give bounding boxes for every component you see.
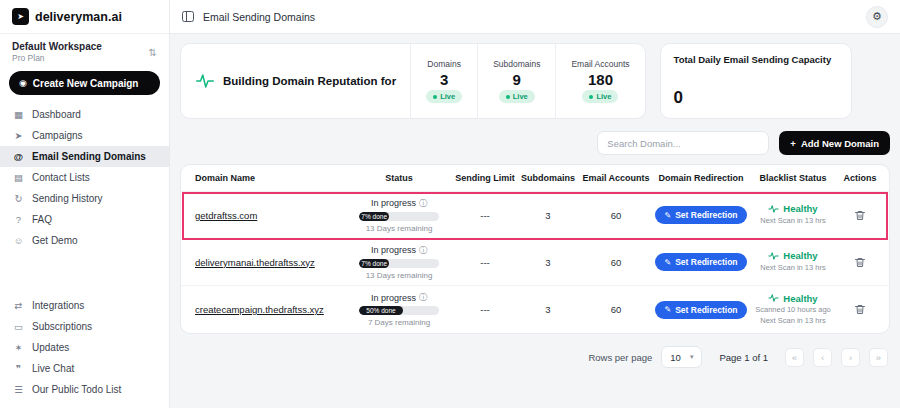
pencil-icon: ✎	[664, 211, 671, 220]
info-icon[interactable]: ⓘ	[419, 245, 427, 256]
set-redirection-button[interactable]: ✎ Set Redirection	[655, 301, 746, 319]
metric-label: Subdomains	[493, 59, 540, 69]
sidebar-toggle-icon[interactable]	[182, 11, 194, 22]
domains-table: Domain Name Status Sending Limit Subdoma…	[180, 164, 890, 334]
add-domain-button[interactable]: + Add New Domain	[779, 131, 890, 155]
create-campaign-icon: ◉	[19, 79, 27, 88]
info-icon[interactable]: ⓘ	[419, 198, 427, 209]
contact-lists-icon: ▤	[13, 172, 24, 183]
metric-domains: Domains 3 Live	[410, 44, 477, 118]
workspace-chevron-icon[interactable]: ⇅	[149, 47, 157, 58]
sidebar-item-email-sending-domains[interactable]: @ Email Sending Domains	[0, 146, 169, 167]
metric-email-accounts: Email Accounts 180 Live	[555, 44, 644, 118]
delete-domain-button[interactable]	[854, 303, 866, 316]
rows-per-page-select[interactable]: 10 ▾	[661, 346, 702, 368]
status-cell: In progress ⓘ 7% done 13 Days remaining	[345, 198, 453, 233]
create-campaign-label: Create New Campaign	[33, 78, 139, 89]
sidebar-item-dashboard[interactable]: ▦ Dashboard	[0, 104, 169, 125]
next-page-button[interactable]: ›	[841, 348, 860, 367]
sidebar-item-sending-history[interactable]: ↻ Sending History	[0, 188, 169, 209]
workspace-name: Default Workspace	[12, 41, 102, 52]
col-domain-name: Domain Name	[195, 173, 345, 183]
sidebar-item-contact-lists[interactable]: ▤ Contact Lists	[0, 167, 169, 188]
set-redirection-button[interactable]: ✎ Set Redirection	[655, 206, 746, 224]
first-page-button[interactable]: «	[785, 348, 804, 367]
live-dot-icon	[589, 95, 593, 99]
email-accounts-value: 60	[579, 304, 653, 315]
table-toolbar: + Add New Domain	[180, 131, 890, 155]
delete-domain-button[interactable]	[854, 209, 866, 222]
email-domains-icon: @	[13, 151, 24, 162]
metric-label: Domains	[427, 59, 461, 69]
metric-subdomains: Subdomains 9 Live	[477, 44, 555, 118]
domain-link[interactable]: createcampaign.thedraftss.xyz	[195, 304, 345, 315]
sidebar-nav: ▦ Dashboard ➤ Campaigns @ Email Sending …	[0, 104, 169, 251]
days-remaining: 13 Days remaining	[366, 224, 433, 233]
reputation-stats-card: Building Domain Reputation for Domains 3…	[180, 43, 646, 119]
dashboard-icon: ▦	[13, 109, 24, 120]
create-campaign-button[interactable]: ◉ Create New Campaign	[9, 71, 160, 95]
sidebar-item-label: Live Chat	[32, 363, 74, 374]
domain-link[interactable]: getdraftss.com	[195, 210, 345, 221]
set-redirection-button[interactable]: ✎ Set Redirection	[655, 253, 746, 271]
sending-history-icon: ↻	[13, 193, 24, 204]
blacklist-status-cell: Healthy Scanned 10 hours ago Next Scan i…	[749, 293, 837, 327]
prev-page-button[interactable]: ‹	[813, 348, 832, 367]
metric-label: Email Accounts	[571, 59, 629, 69]
integrations-icon: ⇄	[13, 300, 24, 311]
sidebar: ➤ deliveryman.ai Default Workspace Pro P…	[0, 0, 170, 408]
activity-pulse-icon	[195, 72, 215, 90]
sidebar-item-live-chat[interactable]: ❞ Live Chat	[0, 358, 169, 379]
sidebar-item-label: Sending History	[32, 193, 103, 204]
topbar: Email Sending Domains ⚙	[170, 0, 900, 34]
live-chat-icon: ❞	[13, 363, 24, 374]
metric-value: 9	[513, 71, 521, 88]
subscriptions-icon: ▭	[13, 321, 24, 332]
col-status: Status	[345, 173, 453, 183]
blacklist-status-cell: Healthy Next Scan in 13 hrs	[749, 250, 837, 274]
sidebar-item-public-todo-list[interactable]: ☰ Our Public Todo List	[0, 379, 169, 400]
content: Building Domain Reputation for Domains 3…	[170, 34, 900, 408]
subdomains-value: 3	[517, 257, 579, 268]
capacity-card: Total Daily Email Sending Capacity 0	[660, 43, 852, 119]
last-page-button[interactable]: »	[869, 348, 888, 367]
chevron-down-icon: ▾	[690, 353, 694, 361]
col-blacklist-status: Blacklist Status	[749, 173, 837, 183]
delete-domain-button[interactable]	[854, 256, 866, 269]
sidebar-item-label: Dashboard	[32, 109, 81, 120]
workspace-switcher[interactable]: Default Workspace Pro Plan ⇅	[0, 34, 169, 69]
sidebar-item-campaigns[interactable]: ➤ Campaigns	[0, 125, 169, 146]
sidebar-item-updates[interactable]: ✶ Updates	[0, 337, 169, 358]
pagination: Rows per page 10 ▾ Page 1 of 1 « ‹ › »	[180, 334, 890, 380]
sidebar-item-label: Campaigns	[32, 130, 83, 141]
sidebar-item-subscriptions[interactable]: ▭ Subscriptions	[0, 316, 169, 337]
progress-fill: 50% done	[359, 306, 403, 315]
live-dot-icon	[433, 95, 437, 99]
status-label: In progress	[371, 198, 416, 208]
col-sending-limit: Sending Limit	[453, 173, 517, 183]
status-cell: In progress ⓘ 50% done 7 Days remaining	[345, 292, 453, 327]
subdomains-value: 3	[517, 210, 579, 221]
capacity-label: Total Daily Email Sending Capacity	[674, 54, 838, 66]
progress-bar: 7% done	[359, 259, 439, 268]
page-title: Email Sending Domains	[203, 11, 315, 23]
sidebar-item-label: Subscriptions	[32, 321, 92, 332]
progress-fill: 7% done	[359, 212, 389, 221]
status-cell: In progress ⓘ 7% done 13 Days remaining	[345, 245, 453, 280]
main-area: Email Sending Domains ⚙ Building Domain …	[170, 0, 900, 408]
sending-limit-value: ---	[453, 304, 517, 315]
next-scan: Next Scan in 13 hrs	[760, 263, 825, 274]
info-icon[interactable]: ⓘ	[419, 292, 427, 303]
sidebar-item-get-demo[interactable]: ☺ Get Demo	[0, 230, 169, 251]
trash-icon	[854, 209, 866, 222]
updates-icon: ✶	[13, 342, 24, 353]
search-input[interactable]	[597, 131, 769, 155]
sidebar-item-label: Integrations	[32, 300, 84, 311]
sidebar-item-label: Our Public Todo List	[32, 384, 121, 395]
settings-button[interactable]: ⚙	[866, 6, 888, 28]
sidebar-item-label: Updates	[32, 342, 69, 353]
table-header: Domain Name Status Sending Limit Subdoma…	[181, 165, 889, 192]
sidebar-item-integrations[interactable]: ⇄ Integrations	[0, 295, 169, 316]
sidebar-item-faq[interactable]: ? FAQ	[0, 209, 169, 230]
domain-link[interactable]: deliverymanai.thedraftss.xyz	[195, 257, 345, 268]
